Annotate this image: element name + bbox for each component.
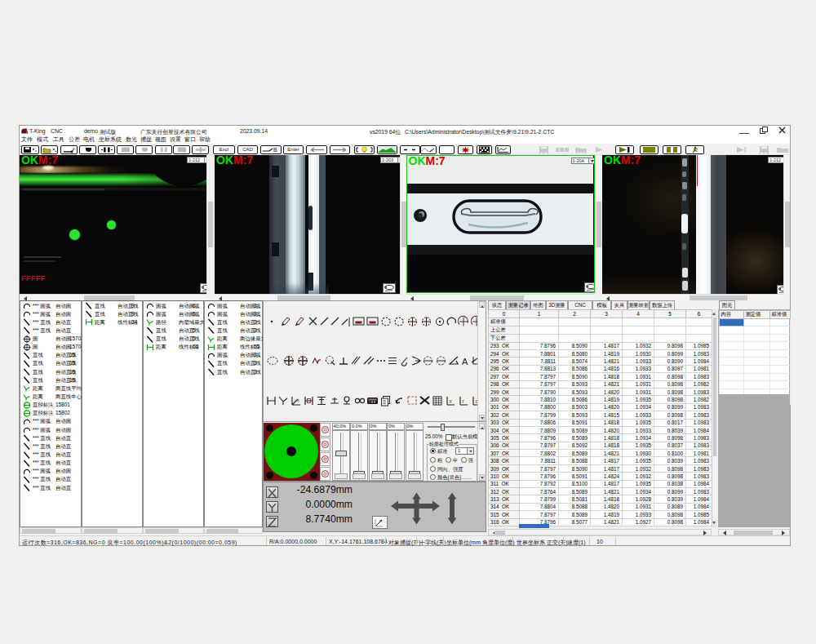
svg-text:A: A	[462, 357, 468, 366]
svg-text:r: r	[463, 398, 465, 404]
svg-text:B: B	[273, 147, 277, 153]
svg-text:x: x	[297, 398, 299, 402]
svg-text:x: x	[450, 398, 453, 404]
